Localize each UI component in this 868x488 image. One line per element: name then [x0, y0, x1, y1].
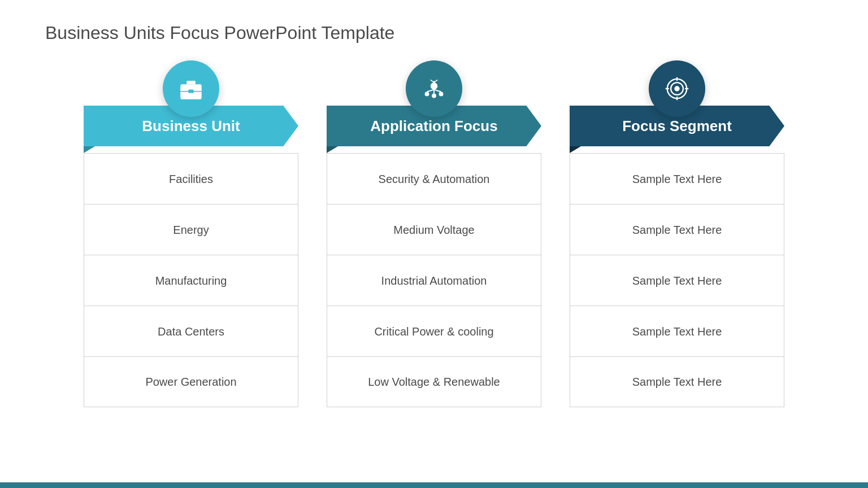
af-row-5: Low Voltage & Renewable — [327, 356, 541, 407]
svg-rect-2 — [188, 90, 193, 93]
svg-point-15 — [674, 86, 679, 91]
app-focus-icon-circle — [406, 60, 462, 117]
svg-point-4 — [425, 91, 429, 96]
bu-row-3: Manufacturing — [84, 255, 298, 306]
af-row-4: Critical Power & cooling — [327, 306, 541, 356]
svg-point-5 — [432, 94, 436, 98]
fs-row-2: Sample Text Here — [570, 204, 784, 255]
af-row-2: Medium Voltage — [327, 204, 541, 255]
af-row-1: Security & Automation — [327, 153, 541, 204]
business-unit-rows: Facilities Energy Manufacturing Data Cen… — [84, 153, 298, 407]
fs-row-3: Sample Text Here — [570, 255, 784, 306]
target-icon — [663, 75, 691, 103]
bottom-bar — [0, 482, 868, 488]
cloud-network-icon — [420, 75, 448, 103]
business-unit-icon-circle — [163, 60, 219, 117]
af-row-3: Industrial Automation — [327, 255, 541, 306]
fs-row-5: Sample Text Here — [570, 356, 784, 407]
svg-point-3 — [431, 82, 438, 90]
bu-row-2: Energy — [84, 204, 298, 255]
app-focus-rows: Security & Automation Medium Voltage Ind… — [327, 153, 541, 407]
column-focus-segment: Focus Segment Sample Text Here Sample Te… — [564, 60, 790, 407]
slide: Business Units Focus PowerPoint Template… — [0, 0, 868, 488]
svg-line-12 — [431, 80, 434, 82]
focus-segment-icon-circle — [649, 60, 705, 117]
svg-line-7 — [427, 90, 435, 92]
fs-row-1: Sample Text Here — [570, 153, 784, 204]
bu-row-5: Power Generation — [84, 356, 298, 407]
column-application-focus: Application Focus Security & Automation … — [321, 60, 547, 407]
svg-line-9 — [434, 90, 441, 92]
bu-row-1: Facilities — [84, 153, 298, 204]
bu-row-4: Data Centers — [84, 306, 298, 356]
content-area: Business Unit Facilities Energy Manufact… — [45, 60, 823, 407]
briefcase-icon — [177, 75, 205, 103]
slide-title: Business Units Focus PowerPoint Template — [45, 23, 823, 43]
svg-point-6 — [439, 91, 444, 96]
fs-row-4: Sample Text Here — [570, 306, 784, 356]
svg-line-11 — [434, 80, 437, 82]
focus-segment-rows: Sample Text Here Sample Text Here Sample… — [570, 153, 784, 407]
column-business-unit: Business Unit Facilities Energy Manufact… — [78, 60, 304, 407]
